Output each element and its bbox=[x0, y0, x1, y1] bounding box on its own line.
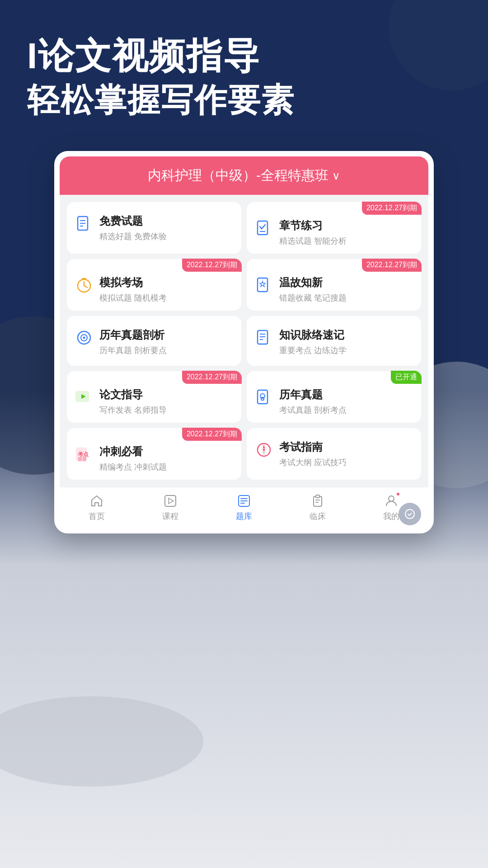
card-chapter-practice[interactable]: 2022.12.27到期 章节练习 精选试题 智能分析 bbox=[247, 202, 421, 254]
card-exam-guide-subtitle: 考试大纲 应试技巧 bbox=[279, 457, 414, 468]
card-mock-exam-title: 模拟考场 bbox=[99, 275, 234, 290]
card-paper-guide-subtitle: 写作发表 名师指导 bbox=[99, 405, 234, 415]
list-doc-icon bbox=[254, 328, 274, 348]
nav-mine-label: 我的 bbox=[383, 511, 399, 522]
cards-grid: 免费试题 精选好题 免费体验 2022.12.27到期 bbox=[60, 195, 428, 487]
card-chapter-practice-subtitle: 精选试题 智能分析 bbox=[279, 236, 414, 246]
card-mock-exam[interactable]: 2022.12.27到期 模拟考场 模拟试题 随机模考 bbox=[67, 259, 241, 311]
card-past-exams-title: 历年真题 bbox=[279, 387, 414, 402]
svg-marker-11 bbox=[260, 281, 265, 287]
svg-point-14 bbox=[83, 337, 85, 339]
review-new-badge: 2022.12.27到期 bbox=[362, 259, 422, 272]
doc-blue-icon bbox=[74, 214, 94, 234]
doc-check-icon bbox=[254, 218, 274, 238]
svg-rect-10 bbox=[258, 278, 267, 292]
card-sprint-must-title: 冲刺必看 bbox=[99, 444, 234, 459]
header-section: I论文视频指导 轻松掌握写作要素 bbox=[0, 0, 488, 137]
card-chapter-practice-title: 章节练习 bbox=[279, 218, 414, 233]
svg-point-30 bbox=[263, 449, 265, 451]
tablet-inner: 内科护理（中级）-全程特惠班 ∨ 免费试题 bbox=[60, 156, 428, 528]
nav-mine[interactable]: 我的 bbox=[383, 493, 399, 522]
user-icon bbox=[383, 493, 399, 509]
card-review-new-title: 温故知新 bbox=[279, 275, 414, 290]
sprint-must-badge: 2022.12.27到期 bbox=[182, 428, 242, 441]
card-review-new-subtitle: 错题收藏 笔记搜题 bbox=[279, 292, 414, 303]
list-active-icon bbox=[236, 493, 252, 509]
tablet-mockup: 内科护理（中级）-全程特惠班 ∨ 免费试题 bbox=[54, 151, 434, 533]
course-title: 内科护理（中级）-全程特惠班 bbox=[148, 166, 328, 185]
bg-wave-bottom bbox=[0, 696, 203, 787]
tag-red-icon: 考点 题题 bbox=[74, 444, 94, 464]
clipboard-icon bbox=[310, 493, 326, 509]
card-free-questions-title: 免费试题 bbox=[99, 214, 234, 228]
mock-exam-badge: 2022.12.27到期 bbox=[182, 259, 242, 272]
card-exam-guide-title: 考试指南 bbox=[279, 440, 414, 454]
svg-line-8 bbox=[84, 286, 87, 288]
nav-course[interactable]: 课程 bbox=[162, 493, 178, 522]
svg-marker-29 bbox=[263, 451, 265, 455]
nav-home[interactable]: 首页 bbox=[89, 493, 105, 522]
nav-home-label: 首页 bbox=[89, 511, 105, 522]
doc-star-icon bbox=[254, 275, 274, 295]
card-knowledge-map[interactable]: 知识脉络速记 重要考点 边练边学 bbox=[247, 316, 421, 366]
card-exam-guide[interactable]: 考试指南 考试大纲 应试技巧 bbox=[247, 428, 421, 480]
card-past-exams-subtitle: 考试真题 剖析考点 bbox=[279, 405, 414, 415]
card-free-questions-subtitle: 精选好题 免费体验 bbox=[99, 231, 234, 242]
app-header[interactable]: 内科护理（中级）-全程特惠班 ∨ bbox=[60, 156, 428, 195]
doc-circle-icon bbox=[74, 328, 94, 348]
card-paper-guide[interactable]: 2022.12.27到期 论文指导 写作发表 名师指导 bbox=[67, 371, 241, 423]
card-past-exams[interactable]: 已开通 历年真题 考试真题 剖析考点 bbox=[247, 371, 421, 423]
svg-marker-32 bbox=[169, 498, 174, 504]
compass-pink-icon bbox=[254, 440, 274, 460]
chapter-practice-badge: 2022.12.27到期 bbox=[362, 202, 422, 215]
card-past-analysis-title: 历年真题剖析 bbox=[99, 328, 234, 342]
svg-point-42 bbox=[405, 509, 414, 519]
nav-question-bank[interactable]: 题库 bbox=[236, 493, 252, 522]
doc-lock-icon bbox=[254, 387, 274, 407]
card-past-analysis[interactable]: 历年真题剖析 历年真题 剖析要点 bbox=[67, 316, 241, 366]
card-review-new[interactable]: 2022.12.27到期 温故知新 错题收藏 笔记搜题 bbox=[247, 259, 421, 311]
card-free-questions[interactable]: 免费试题 精选好题 免费体验 bbox=[67, 202, 241, 254]
card-mock-exam-subtitle: 模拟试题 随机模考 bbox=[99, 292, 234, 303]
svg-marker-28 bbox=[263, 444, 265, 449]
card-paper-guide-title: 论文指导 bbox=[99, 387, 234, 402]
nav-clinic[interactable]: 临床 bbox=[310, 493, 326, 522]
paper-guide-badge: 2022.12.27到期 bbox=[182, 371, 242, 384]
card-knowledge-map-subtitle: 重要考点 边练边学 bbox=[279, 345, 414, 356]
card-sprint-must-subtitle: 精编考点 冲刺试题 bbox=[99, 462, 234, 472]
past-exams-badge: 已开通 bbox=[391, 371, 422, 384]
header-line2: 轻松掌握写作要素 bbox=[27, 80, 461, 119]
play-icon bbox=[162, 493, 178, 509]
svg-text:题题: 题题 bbox=[78, 457, 87, 462]
video-green-icon bbox=[74, 387, 94, 407]
svg-point-41 bbox=[389, 496, 394, 501]
svg-rect-38 bbox=[316, 495, 319, 498]
clock-gold-icon bbox=[74, 275, 94, 295]
card-past-analysis-subtitle: 历年真题 剖析要点 bbox=[99, 345, 234, 356]
home-icon bbox=[89, 493, 105, 509]
header-line1: I论文视频指导 bbox=[27, 36, 461, 76]
card-knowledge-map-title: 知识脉络速记 bbox=[279, 328, 414, 342]
course-arrow-icon: ∨ bbox=[332, 170, 340, 182]
bottom-navigation: 首页 课程 bbox=[60, 487, 428, 528]
nav-question-bank-label: 题库 bbox=[236, 511, 252, 522]
card-sprint-must[interactable]: 2022.12.27到期 考点 题题 冲刺必看 精编考点 冲刺试题 bbox=[67, 428, 241, 480]
nav-course-label: 课程 bbox=[162, 511, 178, 522]
nav-clinic-label: 临床 bbox=[310, 511, 326, 522]
